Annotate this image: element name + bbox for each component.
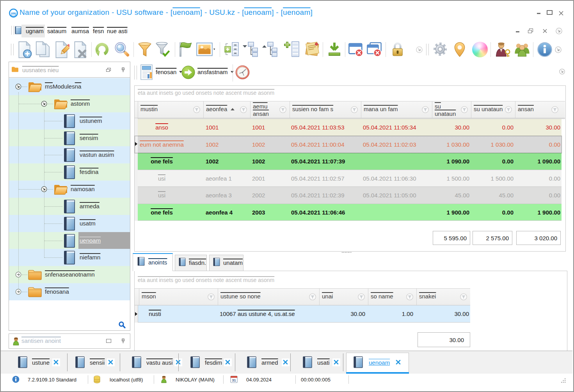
svg-text:usu: usu <box>11 11 16 15</box>
svg-text:31: 31 <box>232 378 236 382</box>
